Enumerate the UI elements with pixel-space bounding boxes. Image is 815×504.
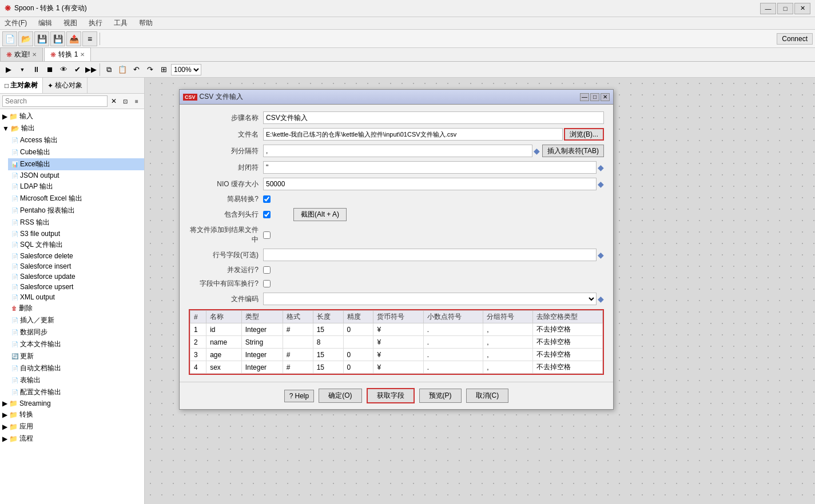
include-header-checkbox[interactable] [263,211,271,218]
sidebar-item-output-group[interactable]: ▼ 📂 输出 [0,122,144,134]
paste-button[interactable]: 📋 [116,63,129,76]
search-clear-button[interactable]: ✕ [109,96,119,106]
sidebar-tab-main-objects[interactable]: □ 主对象树 [0,78,43,93]
sidebar-item-msexcel-output[interactable]: 📄 Microsoft Excel 输出 [8,193,144,205]
run-dropdown-button[interactable]: ▼ [16,63,29,76]
sidebar-item-auto-doc-output[interactable]: 📄 自动文档输出 [8,362,144,374]
enclosure-input[interactable] [263,161,597,174]
sidebar-item-sf-delete[interactable]: 📄 Salesforce delete [8,251,144,261]
undo-button[interactable]: ↶ [130,63,142,76]
browse-button[interactable]: 浏览(B)... [564,128,604,141]
sidebar-item-data-sync[interactable]: 📄 数据同步 [8,326,144,338]
sidebar-item-streaming-group[interactable]: ▶ 📁 Streaming [0,398,144,409]
step-button[interactable]: ▶▶ [85,63,97,76]
menu-help[interactable]: 帮助 [137,17,155,29]
delimiter-input[interactable] [263,145,532,157]
preview-canvas-button[interactable]: 👁 [57,63,70,76]
filename-input[interactable] [263,128,563,141]
sidebar-item-transform-group[interactable]: ▶ 📁 转换 [0,409,144,421]
menu-execute[interactable]: 执行 [86,17,105,29]
step-name-input[interactable] [263,111,604,124]
connect-button[interactable]: Connect [777,33,813,45]
sidebar-item-insert-update[interactable]: 📄 插入／更新 [8,314,144,326]
dialog-close-button[interactable]: ✕ [601,93,610,101]
tab-transform1-close[interactable]: ✕ [80,51,85,58]
sidebar-item-table-output[interactable]: 📄 表输出 [8,374,144,386]
simple-convert-checkbox[interactable] [263,195,271,203]
sidebar-tree: ▶ 📁 输入 ▼ 📂 输出 📄 Access 输出 📄 Cube输出 [0,109,144,504]
layers-button[interactable]: ≡ [82,31,97,46]
sidebar-item-text-output[interactable]: 📄 文本文件输出 [8,338,144,350]
sidebar-tab-core-objects[interactable]: ✦ 核心对象 [43,78,88,93]
sidebar-item-sf-insert[interactable]: 📄 Salesforce insert [8,261,144,271]
nio-buffer-input[interactable] [263,178,597,190]
sidebar-item-sql-output[interactable]: 📄 SQL 文件输出 [8,239,144,251]
stop-button[interactable]: ⏹ [43,63,56,76]
sidebar-item-pentaho-output[interactable]: 📄 Pentaho 报表输出 [8,205,144,217]
tab-welcome[interactable]: ❋ 欢迎! ✕ [0,47,43,61]
sidebar-item-rss-output[interactable]: 📄 RSS 输出 [8,217,144,229]
dialog-maximize-button[interactable]: □ [590,93,599,101]
run-button[interactable]: ▶ [2,63,15,76]
canvas-area[interactable]: 📄 CSV文件输入 📊 CSV CS [145,78,815,504]
table-row[interactable]: 2nameString8¥.,不去掉空格 [190,336,603,349]
grid-button[interactable]: ⊞ [157,63,170,76]
window-controls[interactable]: — □ ✕ [760,3,810,14]
zoom-select[interactable]: 100% 75% 50% 150% [171,64,201,75]
menu-edit[interactable]: 编辑 [36,17,54,29]
dialog-controls[interactable]: — □ ✕ [580,93,610,101]
open-button[interactable]: 📂 [18,31,33,46]
check-button[interactable]: ✔ [71,63,84,76]
get-fields-button[interactable]: 获取字段 [367,388,415,403]
close-button[interactable]: ✕ [794,3,810,14]
search-input[interactable] [2,95,108,107]
sidebar-item-update[interactable]: 🔄 更新 [8,350,144,362]
preview-button[interactable]: 预览(P) [419,389,462,403]
sidebar-item-s3-output[interactable]: 📄 S3 file output [8,229,144,239]
transform-folder-icon: 📁 [9,411,18,419]
menu-file[interactable]: 文件(F) [2,17,29,29]
save-as-button[interactable]: 💾 [50,31,65,46]
menu-tools[interactable]: 工具 [112,17,130,29]
menu-view[interactable]: 视图 [61,17,79,29]
help-button[interactable]: ? Help [284,390,314,402]
newline-checkbox[interactable] [263,280,271,287]
insert-tab-button[interactable]: 插入制表符(TAB) [542,145,604,157]
row-field-input[interactable] [263,249,597,261]
sidebar-item-access-output[interactable]: 📄 Access 输出 [8,134,144,146]
sidebar-item-config-output[interactable]: 📄 配置文件输出 [8,386,144,398]
table-row[interactable]: 1idInteger#150¥.,不去掉空格 [190,323,603,336]
export-button[interactable]: 📤 [66,31,81,46]
sidebar-item-flow-group[interactable]: ▶ 📁 流程 [0,433,144,445]
copy-button[interactable]: ⧉ [102,63,115,76]
sidebar-item-cube-output[interactable]: 📄 Cube输出 [8,146,144,158]
cancel-button[interactable]: 取消(C) [466,389,509,403]
sidebar-item-sf-upsert[interactable]: 📄 Salesforce upsert [8,282,144,292]
tab-transform1[interactable]: ❋ 转换 1 ✕ [44,47,91,61]
screenshot-button[interactable]: 截图(Alt + A) [293,208,347,221]
redo-button[interactable]: ↷ [144,63,156,76]
add-to-result-checkbox[interactable] [263,231,271,239]
sidebar-item-delete[interactable]: 🗑 删除 [8,302,144,314]
confirm-button[interactable]: 确定(O) [319,389,361,403]
maximize-button[interactable]: □ [777,3,793,14]
new-button[interactable]: 📄 [2,31,17,46]
search-options-button[interactable]: ⊡ [120,96,130,106]
save-button[interactable]: 💾 [34,31,49,46]
pause-button[interactable]: ⏸ [30,63,42,76]
sidebar-item-input-group[interactable]: ▶ 📁 输入 [0,110,144,122]
sidebar-item-ldap-output[interactable]: 📄 LDAP 输出 [8,181,144,193]
tab-welcome-close[interactable]: ✕ [32,51,37,58]
encoding-select[interactable]: UTF-8 GBK [263,293,597,305]
table-row[interactable]: 4sexInteger#150¥.,不去掉空格 [190,361,603,374]
dialog-minimize-button[interactable]: — [580,93,589,101]
sidebar-item-xml-output[interactable]: 📄 XML output [8,292,144,302]
minimize-button[interactable]: — [760,3,776,14]
sidebar-item-sf-update[interactable]: 📄 Salesforce update [8,271,144,282]
sidebar-item-apply-group[interactable]: ▶ 📁 应用 [0,421,144,433]
concurrent-checkbox[interactable] [263,266,271,274]
sidebar-item-excel-output[interactable]: 📊 Excel输出 [8,158,144,170]
search-collapse-button[interactable]: ≡ [132,96,142,106]
table-row[interactable]: 3ageInteger#150¥.,不去掉空格 [190,349,603,361]
sidebar-item-json-output[interactable]: 📄 JSON output [8,170,144,181]
